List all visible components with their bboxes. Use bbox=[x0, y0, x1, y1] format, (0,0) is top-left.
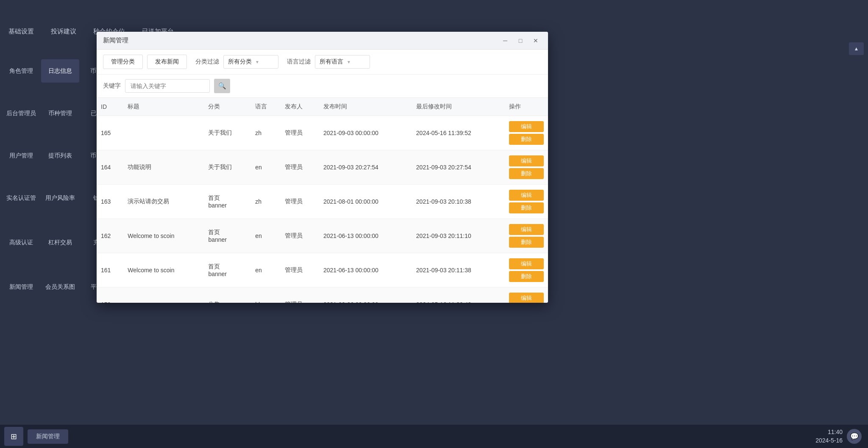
cell-publish-time: 2021-08-01 00:00:00 bbox=[319, 185, 412, 219]
modal-title: 新闻管理 bbox=[103, 36, 499, 44]
delete-button[interactable]: 删除 bbox=[509, 237, 544, 248]
cell-title bbox=[123, 116, 204, 150]
table-row: 162 Welcome to scoin 首页banner en 管理员 202… bbox=[97, 219, 548, 253]
cell-publisher: 管理员 bbox=[281, 116, 319, 150]
col-modify-time: 最后修改时间 bbox=[412, 98, 505, 116]
cell-modify-time: 2024-05-16 11:39:52 bbox=[412, 116, 505, 150]
category-filter-arrow: ▼ bbox=[255, 60, 259, 64]
table-header-row: ID 标题 分类 语言 发布人 发布时间 最后修改时间 操作 bbox=[97, 98, 548, 116]
sidebar-item-user-risk[interactable]: 用户风险率 bbox=[41, 186, 79, 210]
cell-category: 关于我们 bbox=[204, 150, 251, 185]
sidebar-item-leverage[interactable]: 杠杆交易 bbox=[41, 231, 79, 254]
cell-actions: 编辑 删除 bbox=[505, 150, 548, 185]
maximize-button[interactable]: □ bbox=[515, 36, 526, 45]
cell-publish-time: 2021-02-26 00:00:00 bbox=[319, 288, 412, 303]
cell-id: 164 bbox=[97, 150, 123, 185]
table-row: 159 公告 hk 管理员 2021-02-26 00:00:00 2024-0… bbox=[97, 288, 548, 303]
windows-icon: ⊞ bbox=[11, 432, 17, 441]
delete-button[interactable]: 删除 bbox=[509, 271, 544, 282]
sidebar-item-user-mgmt[interactable]: 用户管理 bbox=[2, 144, 40, 167]
chevron-up-icon: ▲ bbox=[854, 46, 859, 52]
edit-button[interactable]: 编辑 bbox=[509, 258, 544, 269]
manage-categories-button[interactable]: 管理分类 bbox=[103, 55, 143, 69]
col-category: 分类 bbox=[204, 98, 251, 116]
cell-actions: 编辑 删除 bbox=[505, 185, 548, 219]
edit-button[interactable]: 编辑 bbox=[509, 190, 544, 201]
cell-modify-time: 2021-09-03 20:27:54 bbox=[412, 150, 505, 185]
sidebar-item-admin-mgmt[interactable]: 后台管理员 bbox=[2, 102, 40, 125]
col-language: 语言 bbox=[251, 98, 281, 116]
cell-publish-time: 2021-09-03 20:27:54 bbox=[319, 150, 412, 185]
search-row: 关键字 🔍 bbox=[97, 75, 548, 98]
cell-publisher: 管理员 bbox=[281, 288, 319, 303]
search-icon: 🔍 bbox=[218, 82, 226, 90]
sidebar-item-role-mgmt[interactable]: 角色管理 bbox=[2, 59, 40, 83]
cell-publish-time: 2021-06-13 00:00:00 bbox=[319, 219, 412, 253]
clock-time: 11:40 bbox=[815, 428, 843, 437]
cell-actions: 编辑 删除 bbox=[505, 116, 548, 150]
minimize-button[interactable]: ─ bbox=[499, 36, 511, 45]
delete-button[interactable]: 删除 bbox=[509, 134, 544, 145]
col-publisher: 发布人 bbox=[281, 98, 319, 116]
cell-publish-time: 2021-06-13 00:00:00 bbox=[319, 253, 412, 288]
modal-header: 新闻管理 ─ □ ✕ bbox=[97, 32, 548, 50]
cell-title: Welcome to scoin bbox=[123, 253, 204, 288]
cell-language: zh bbox=[251, 185, 281, 219]
cell-publisher: 管理员 bbox=[281, 150, 319, 185]
delete-button[interactable]: 删除 bbox=[509, 168, 544, 179]
cell-id: 165 bbox=[97, 116, 123, 150]
cell-language: hk bbox=[251, 288, 281, 303]
search-button[interactable]: 🔍 bbox=[214, 79, 230, 93]
action-buttons: 编辑 删除 bbox=[509, 155, 544, 179]
cell-actions: 编辑 删除 bbox=[505, 253, 548, 288]
action-buttons: 编辑 删除 bbox=[509, 121, 544, 145]
category-filter-select[interactable]: 所有分类 ▼ bbox=[223, 55, 278, 69]
cell-modify-time: 2021-09-03 20:11:38 bbox=[412, 253, 505, 288]
nav-item-basic-settings[interactable]: 基础设置 bbox=[8, 23, 34, 40]
language-filter-arrow: ▼ bbox=[347, 60, 351, 64]
search-label: 关键字 bbox=[103, 82, 121, 90]
edit-button[interactable]: 编辑 bbox=[509, 121, 544, 132]
nav-item-complaints[interactable]: 投诉建议 bbox=[51, 23, 76, 40]
action-buttons: 编辑 删除 bbox=[509, 293, 544, 303]
chat-button[interactable]: 💬 bbox=[847, 429, 862, 444]
cell-language: en bbox=[251, 219, 281, 253]
news-table: ID 标题 分类 语言 发布人 发布时间 最后修改时间 操作 165 关于我们 … bbox=[97, 98, 548, 303]
sidebar-item-advanced-auth[interactable]: 高级认证 bbox=[2, 231, 40, 254]
sidebar-item-member-relation[interactable]: 会员关系图 bbox=[41, 275, 79, 299]
taskbar-news-mgmt[interactable]: 新闻管理 bbox=[28, 429, 68, 444]
action-buttons: 编辑 删除 bbox=[509, 258, 544, 282]
publish-news-button[interactable]: 发布新闻 bbox=[147, 55, 187, 69]
sidebar-item-currency-mgmt[interactable]: 币种管理 bbox=[41, 102, 79, 125]
cell-language: en bbox=[251, 253, 281, 288]
table-container[interactable]: ID 标题 分类 语言 发布人 发布时间 最后修改时间 操作 165 关于我们 … bbox=[97, 98, 548, 303]
language-filter-select[interactable]: 所有语言 ▼ bbox=[315, 55, 370, 69]
sidebar-item-withdraw-list[interactable]: 提币列表 bbox=[41, 144, 79, 167]
table-row: 163 演示站请勿交易 首页banner zh 管理员 2021-08-01 0… bbox=[97, 185, 548, 219]
sidebar-item-log-info[interactable]: 日志信息 bbox=[41, 59, 79, 83]
filter1-label: 分类过滤 bbox=[195, 58, 219, 66]
edit-button[interactable]: 编辑 bbox=[509, 293, 544, 303]
cell-modify-time: 2021-09-03 20:10:38 bbox=[412, 185, 505, 219]
cell-language: zh bbox=[251, 116, 281, 150]
cell-actions: 编辑 删除 bbox=[505, 219, 548, 253]
cell-id: 162 bbox=[97, 219, 123, 253]
delete-button[interactable]: 删除 bbox=[509, 202, 544, 213]
cell-modify-time: 2024-05-16 11:30:43 bbox=[412, 288, 505, 303]
scroll-up-button[interactable]: ▲ bbox=[849, 42, 864, 55]
edit-button[interactable]: 编辑 bbox=[509, 224, 544, 235]
search-input[interactable] bbox=[125, 79, 210, 93]
clock-date: 2024-5-16 bbox=[815, 437, 843, 445]
cell-id: 163 bbox=[97, 185, 123, 219]
cell-actions: 编辑 删除 bbox=[505, 288, 548, 303]
sidebar-item-news-mgmt[interactable]: 新闻管理 bbox=[2, 275, 40, 299]
edit-button[interactable]: 编辑 bbox=[509, 155, 544, 166]
news-management-modal: 新闻管理 ─ □ ✕ 管理分类 发布新闻 分类过滤 所有分类 ▼ 语言过滤 所有… bbox=[97, 32, 548, 303]
close-button[interactable]: ✕ bbox=[530, 36, 542, 45]
table-row: 165 关于我们 zh 管理员 2021-09-03 00:00:00 2024… bbox=[97, 116, 548, 150]
sidebar-item-realname-auth[interactable]: 实名认证管 bbox=[2, 186, 40, 210]
start-button[interactable]: ⊞ bbox=[4, 427, 23, 446]
cell-title bbox=[123, 288, 204, 303]
table-row: 161 Welcome to scoin 首页banner en 管理员 202… bbox=[97, 253, 548, 288]
cell-category: 首页banner bbox=[204, 185, 251, 219]
